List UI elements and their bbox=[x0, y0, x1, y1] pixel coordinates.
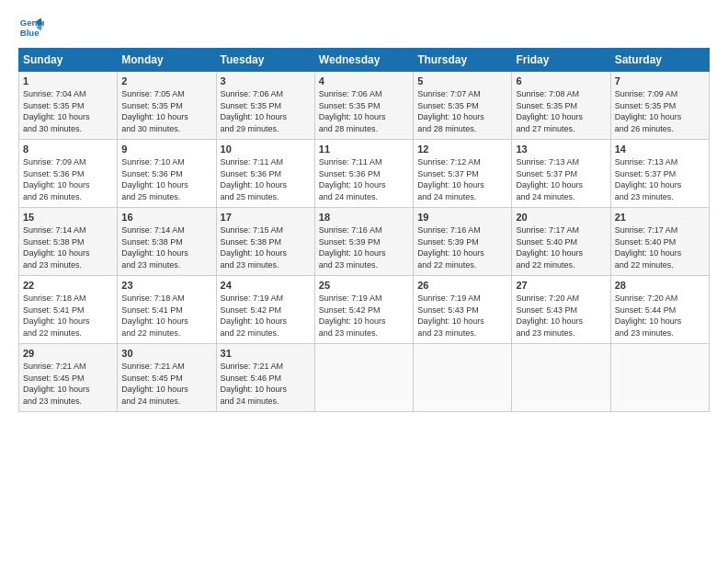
sunset-label: Sunset: 5:45 PM bbox=[23, 373, 85, 383]
cell-info: Sunrise: 7:15 AM Sunset: 5:38 PM Dayligh… bbox=[221, 224, 311, 270]
day-number: 5 bbox=[417, 75, 507, 86]
header-row: General Blue bbox=[18, 15, 710, 40]
calendar-cell: 10 Sunrise: 7:11 AM Sunset: 5:36 PM Dayl… bbox=[216, 140, 314, 208]
sunrise-label: Sunrise: 7:09 AM bbox=[615, 89, 678, 98]
sunrise-label: Sunrise: 7:19 AM bbox=[319, 293, 382, 303]
sunset-label: Sunset: 5:45 PM bbox=[121, 373, 183, 383]
sunset-label: Sunset: 5:37 PM bbox=[615, 169, 677, 178]
sunset-label: Sunset: 5:41 PM bbox=[23, 305, 85, 315]
cell-info: Sunrise: 7:16 AM Sunset: 5:39 PM Dayligh… bbox=[417, 224, 507, 270]
day-number: 3 bbox=[221, 75, 311, 86]
sunset-label: Sunset: 5:46 PM bbox=[221, 373, 282, 383]
cell-info: Sunrise: 7:18 AM Sunset: 5:41 PM Dayligh… bbox=[23, 293, 113, 339]
calendar-header: SundayMondayTuesdayWednesdayThursdayFrid… bbox=[19, 49, 710, 72]
sunrise-label: Sunrise: 7:19 AM bbox=[417, 293, 481, 303]
calendar-cell: 22 Sunrise: 7:18 AM Sunset: 5:41 PM Dayl… bbox=[19, 276, 118, 344]
daylight-label: Daylight: 10 hoursand 25 minutes. bbox=[221, 180, 288, 201]
sunrise-label: Sunrise: 7:16 AM bbox=[417, 225, 481, 235]
cell-info: Sunrise: 7:20 AM Sunset: 5:43 PM Dayligh… bbox=[516, 293, 606, 339]
sunrise-label: Sunrise: 7:06 AM bbox=[221, 89, 284, 98]
cell-info: Sunrise: 7:14 AM Sunset: 5:38 PM Dayligh… bbox=[121, 224, 211, 270]
sunrise-label: Sunrise: 7:21 AM bbox=[23, 362, 86, 371]
daylight-label: Daylight: 10 hoursand 30 minutes. bbox=[121, 112, 188, 133]
week-row-4: 22 Sunrise: 7:18 AM Sunset: 5:41 PM Dayl… bbox=[19, 276, 710, 344]
day-number: 31 bbox=[221, 348, 311, 359]
sunset-label: Sunset: 5:43 PM bbox=[417, 305, 479, 315]
day-number: 26 bbox=[417, 280, 507, 291]
sunset-label: Sunset: 5:39 PM bbox=[319, 237, 381, 247]
calendar-cell: 25 Sunrise: 7:19 AM Sunset: 5:42 PM Dayl… bbox=[314, 276, 413, 344]
sunset-label: Sunset: 5:37 PM bbox=[417, 169, 479, 178]
sunrise-label: Sunrise: 7:16 AM bbox=[319, 225, 382, 235]
day-number: 27 bbox=[516, 280, 606, 291]
sunset-label: Sunset: 5:36 PM bbox=[221, 169, 282, 178]
cell-info: Sunrise: 7:21 AM Sunset: 5:45 PM Dayligh… bbox=[121, 361, 211, 407]
daylight-label: Daylight: 10 hoursand 30 minutes. bbox=[23, 112, 90, 133]
sunrise-label: Sunrise: 7:20 AM bbox=[615, 293, 678, 303]
sunrise-label: Sunrise: 7:10 AM bbox=[121, 157, 185, 167]
day-number: 10 bbox=[221, 144, 311, 155]
calendar-body: 1 Sunrise: 7:04 AM Sunset: 5:35 PM Dayli… bbox=[19, 72, 710, 412]
day-number: 21 bbox=[615, 212, 705, 223]
day-number: 19 bbox=[417, 212, 507, 223]
day-number: 22 bbox=[23, 280, 113, 291]
calendar-cell bbox=[610, 344, 709, 412]
day-number: 30 bbox=[121, 348, 211, 359]
daylight-label: Daylight: 10 hoursand 28 minutes. bbox=[319, 112, 386, 133]
calendar-cell: 2 Sunrise: 7:05 AM Sunset: 5:35 PM Dayli… bbox=[118, 72, 216, 140]
sunrise-label: Sunrise: 7:21 AM bbox=[221, 362, 284, 371]
calendar-cell: 31 Sunrise: 7:21 AM Sunset: 5:46 PM Dayl… bbox=[216, 344, 314, 412]
daylight-label: Daylight: 10 hoursand 22 minutes. bbox=[615, 248, 682, 270]
sunset-label: Sunset: 5:36 PM bbox=[121, 169, 183, 178]
calendar-cell: 3 Sunrise: 7:06 AM Sunset: 5:35 PM Dayli… bbox=[216, 72, 314, 140]
daylight-label: Daylight: 10 hoursand 22 minutes. bbox=[417, 248, 484, 270]
day-number: 7 bbox=[615, 75, 705, 86]
daylight-label: Daylight: 10 hoursand 23 minutes. bbox=[319, 316, 386, 338]
sunset-label: Sunset: 5:44 PM bbox=[615, 305, 677, 315]
calendar-cell: 29 Sunrise: 7:21 AM Sunset: 5:45 PM Dayl… bbox=[19, 344, 118, 412]
sunset-label: Sunset: 5:40 PM bbox=[615, 237, 677, 247]
daylight-label: Daylight: 10 hoursand 24 minutes. bbox=[417, 180, 484, 201]
sunset-label: Sunset: 5:35 PM bbox=[516, 101, 577, 110]
sunset-label: Sunset: 5:35 PM bbox=[319, 101, 381, 110]
calendar-cell: 30 Sunrise: 7:21 AM Sunset: 5:45 PM Dayl… bbox=[118, 344, 216, 412]
cell-info: Sunrise: 7:10 AM Sunset: 5:36 PM Dayligh… bbox=[121, 156, 211, 202]
day-number: 20 bbox=[516, 212, 606, 223]
calendar-cell: 9 Sunrise: 7:10 AM Sunset: 5:36 PM Dayli… bbox=[118, 140, 216, 208]
sunrise-label: Sunrise: 7:17 AM bbox=[516, 225, 579, 235]
header-wednesday: Wednesday bbox=[314, 49, 413, 72]
cell-info: Sunrise: 7:09 AM Sunset: 5:35 PM Dayligh… bbox=[615, 88, 705, 134]
sunrise-label: Sunrise: 7:04 AM bbox=[23, 89, 86, 98]
sunrise-label: Sunrise: 7:11 AM bbox=[221, 157, 284, 167]
cell-info: Sunrise: 7:12 AM Sunset: 5:37 PM Dayligh… bbox=[417, 156, 507, 202]
day-number: 25 bbox=[319, 280, 409, 291]
daylight-label: Daylight: 10 hoursand 24 minutes. bbox=[319, 180, 386, 201]
daylight-label: Daylight: 10 hoursand 23 minutes. bbox=[121, 248, 188, 270]
daylight-label: Daylight: 10 hoursand 23 minutes. bbox=[516, 316, 583, 338]
cell-info: Sunrise: 7:20 AM Sunset: 5:44 PM Dayligh… bbox=[615, 293, 705, 339]
sunset-label: Sunset: 5:37 PM bbox=[516, 169, 577, 178]
sunset-label: Sunset: 5:39 PM bbox=[417, 237, 479, 247]
calendar-cell: 23 Sunrise: 7:18 AM Sunset: 5:41 PM Dayl… bbox=[118, 276, 216, 344]
calendar-cell: 7 Sunrise: 7:09 AM Sunset: 5:35 PM Dayli… bbox=[610, 72, 709, 140]
calendar-cell: 1 Sunrise: 7:04 AM Sunset: 5:35 PM Dayli… bbox=[19, 72, 118, 140]
daylight-label: Daylight: 10 hoursand 23 minutes. bbox=[615, 316, 682, 338]
calendar-cell: 24 Sunrise: 7:19 AM Sunset: 5:42 PM Dayl… bbox=[216, 276, 314, 344]
daylight-label: Daylight: 10 hoursand 29 minutes. bbox=[221, 112, 288, 133]
cell-info: Sunrise: 7:13 AM Sunset: 5:37 PM Dayligh… bbox=[615, 156, 705, 202]
day-number: 13 bbox=[516, 144, 606, 155]
sunrise-label: Sunrise: 7:05 AM bbox=[121, 89, 185, 98]
cell-info: Sunrise: 7:21 AM Sunset: 5:46 PM Dayligh… bbox=[221, 361, 311, 407]
daylight-label: Daylight: 10 hoursand 22 minutes. bbox=[23, 316, 90, 338]
sunrise-label: Sunrise: 7:14 AM bbox=[23, 225, 86, 235]
sunset-label: Sunset: 5:38 PM bbox=[221, 237, 282, 247]
sunrise-label: Sunrise: 7:07 AM bbox=[417, 89, 481, 98]
daylight-label: Daylight: 10 hoursand 23 minutes. bbox=[319, 248, 386, 270]
cell-info: Sunrise: 7:19 AM Sunset: 5:43 PM Dayligh… bbox=[417, 293, 507, 339]
daylight-label: Daylight: 10 hoursand 23 minutes. bbox=[615, 180, 682, 201]
day-number: 17 bbox=[221, 212, 311, 223]
cell-info: Sunrise: 7:16 AM Sunset: 5:39 PM Dayligh… bbox=[319, 224, 409, 270]
week-row-1: 1 Sunrise: 7:04 AM Sunset: 5:35 PM Dayli… bbox=[19, 72, 710, 140]
cell-info: Sunrise: 7:14 AM Sunset: 5:38 PM Dayligh… bbox=[23, 224, 113, 270]
day-number: 29 bbox=[23, 348, 113, 359]
